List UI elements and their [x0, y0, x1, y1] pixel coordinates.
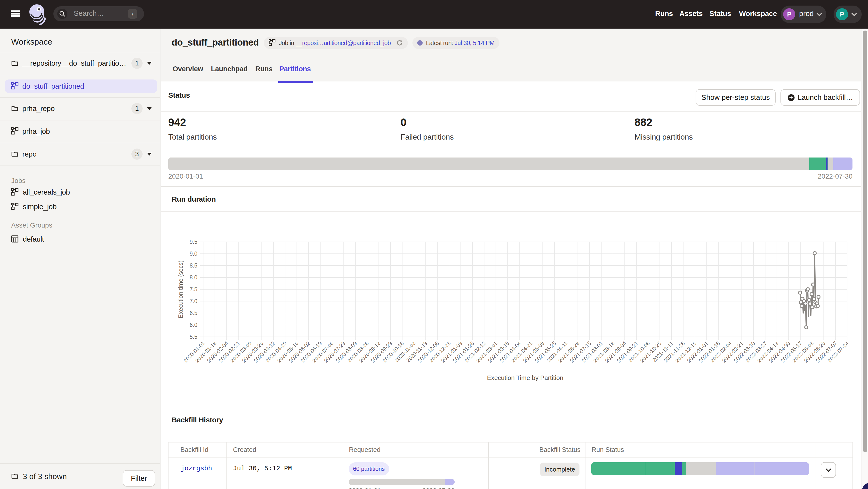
svg-text:9.0: 9.0 — [190, 251, 197, 257]
svg-text:6.5: 6.5 — [190, 310, 197, 316]
svg-text:7.5: 7.5 — [190, 286, 197, 292]
svg-text:7.0: 7.0 — [190, 298, 197, 304]
svg-text:5.5: 5.5 — [190, 334, 197, 340]
svg-text:9.5: 9.5 — [190, 239, 197, 245]
svg-text:Execution Time by Partition: Execution Time by Partition — [487, 374, 563, 382]
svg-text:6.0: 6.0 — [190, 322, 197, 328]
svg-text:8.0: 8.0 — [190, 274, 197, 281]
svg-text:Execution time (secs): Execution time (secs) — [177, 260, 184, 318]
svg-text:8.5: 8.5 — [190, 262, 197, 269]
